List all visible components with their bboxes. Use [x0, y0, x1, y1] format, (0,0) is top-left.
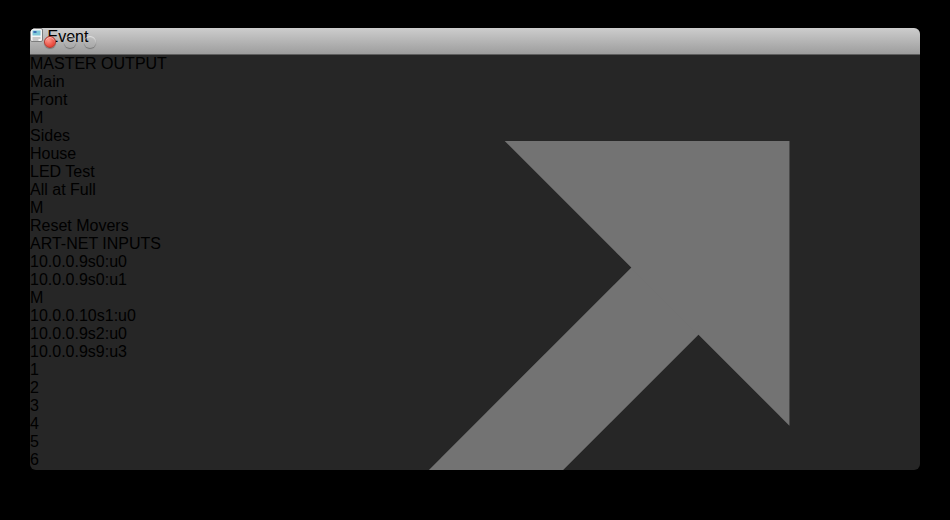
desktop-background: Event MASTER OUTPUT MainFrontMSidesHouse… [0, 0, 950, 520]
app-window: Event MASTER OUTPUT MainFrontMSidesHouse… [30, 28, 920, 470]
document-icon [30, 28, 43, 42]
zoom-button[interactable] [84, 36, 96, 48]
minimize-button[interactable] [64, 36, 76, 48]
traffic-lights [44, 36, 96, 48]
window-title-group: Event [30, 28, 920, 46]
close-button[interactable] [44, 36, 56, 48]
fullscreen-icon[interactable] [30, 46, 920, 470]
title-bar[interactable]: Event [30, 28, 920, 55]
